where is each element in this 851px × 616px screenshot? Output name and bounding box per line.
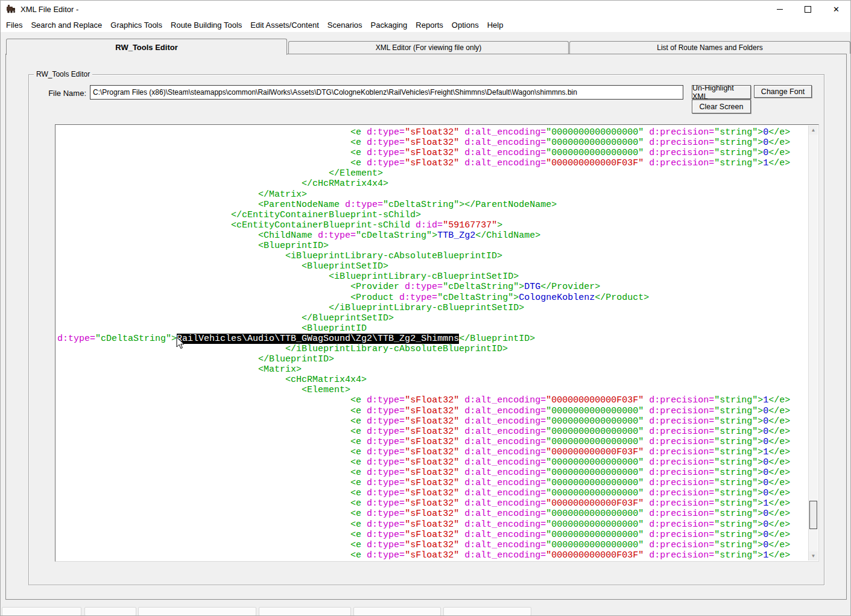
scrollbar-thumb[interactable] [809, 501, 817, 529]
code-line: </iBlueprintLibrary-cAbsoluteBlueprintID… [57, 344, 808, 354]
code-token: </Element> [329, 168, 383, 179]
code-token: </e> [768, 138, 790, 148]
code-token: "0000000000000000" [546, 478, 644, 488]
code-token: </BlueprintID> [258, 354, 334, 364]
code-token: d:alt_encoding= [459, 488, 546, 498]
menu-item-reports[interactable]: Reports [411, 21, 448, 30]
code-line: <Element> [57, 385, 808, 395]
code-token: </e> [768, 416, 790, 427]
code-token: </iBlueprintLibrary-cAbsoluteBlueprintID… [285, 344, 508, 354]
code-token: d:type= [361, 138, 405, 148]
scroll-up-button[interactable]: ▲ [809, 125, 818, 135]
file-name-input[interactable] [90, 85, 683, 100]
code-token: <Product [350, 293, 394, 303]
code-line: <e d:type="sFloat32" d:alt_encoding="000… [57, 148, 808, 158]
code-line: <e d:type="sFloat32" d:alt_encoding="000… [57, 530, 808, 540]
menu-item-help[interactable]: Help [483, 21, 508, 30]
menu-item-route-building-tools[interactable]: Route Building Tools [166, 21, 246, 30]
code-token: <e [350, 427, 361, 437]
code-line: <e d:type="sFloat32" d:alt_encoding="000… [57, 138, 808, 148]
tab-list-of-route-names-and-folders[interactable]: List of Route Names and Folders [569, 41, 850, 54]
code-line: d:type="cDeltaString">RailVehicles\Audio… [57, 334, 808, 344]
code-token: d:type= [361, 519, 405, 530]
status-panel [84, 607, 136, 616]
code-token: "string" [714, 427, 758, 437]
code-token: </e> [768, 457, 790, 468]
vertical-scrollbar[interactable]: ▲ ▼ [808, 125, 818, 560]
menu-item-files[interactable]: Files [2, 21, 27, 30]
unhighlight-xml-button[interactable]: Un-Highlight XML [692, 85, 751, 99]
code-token: "string" [714, 498, 758, 509]
code-line: </Element> [57, 168, 808, 179]
code-token: "string" [714, 509, 758, 519]
code-token: d:alt_encoding= [459, 148, 546, 158]
status-panel [138, 607, 256, 616]
code-token: <Element> [302, 385, 350, 395]
code-token: > [758, 437, 763, 447]
code-token: </e> [768, 478, 790, 488]
code-token: "sFloat32" [405, 447, 459, 457]
code-token: d:alt_encoding= [459, 530, 546, 540]
code-token: d:precision= [644, 427, 714, 437]
menu-item-packaging[interactable]: Packaging [367, 21, 412, 30]
xml-editor-textarea[interactable]: <e d:type="sFloat32" d:alt_encoding="000… [55, 124, 819, 562]
close-button[interactable]: ✕ [822, 1, 850, 17]
code-token: <e [350, 406, 361, 416]
code-token: "sFloat32" [405, 540, 459, 550]
scroll-down-button[interactable]: ▼ [809, 551, 818, 560]
code-token: d:precision= [644, 509, 714, 519]
clear-screen-button[interactable]: Clear Screen [692, 100, 751, 113]
code-token: d:alt_encoding= [459, 540, 546, 550]
code-token: 0 [763, 416, 768, 427]
code-token: 0 [763, 406, 768, 416]
code-token: <e [350, 158, 361, 168]
code-line: <e d:type="sFloat32" d:alt_encoding="000… [57, 437, 808, 447]
code-line: </iBlueprintLibrary-cBlueprintSetID> [57, 303, 808, 313]
code-token: 1 [763, 550, 768, 560]
code-token: 0 [763, 148, 768, 158]
code-token: </e> [768, 447, 790, 457]
code-token: "0000000000000000" [546, 509, 644, 519]
code-token: "string" [714, 478, 758, 488]
tab-xml-editor-for-viewing-file-only-[interactable]: XML Editor (For viewing file only) [288, 41, 569, 54]
menu-item-edit-assets-content[interactable]: Edit Assets/Content [246, 21, 323, 30]
change-font-button[interactable]: Change Font [754, 85, 812, 98]
code-token: 0 [763, 457, 768, 468]
code-token: > [758, 416, 763, 427]
code-token: "0000000000000000" [546, 457, 644, 468]
code-token: <ChildName [258, 230, 312, 241]
menu-item-search-and-replace[interactable]: Search and Replace [27, 21, 106, 30]
code-token: d:precision= [644, 395, 714, 405]
code-token: "000000000000F03F" [546, 395, 644, 405]
groupbox-label: RW_Tools Editor [34, 70, 92, 78]
code-token: "string" [714, 416, 758, 427]
maximize-button[interactable] [794, 1, 822, 17]
xml-code: <e d:type="sFloat32" d:alt_encoding="000… [56, 125, 808, 560]
menu-item-graphics-tools[interactable]: Graphics Tools [106, 21, 166, 30]
code-token: d:type= [361, 530, 405, 540]
menu-item-options[interactable]: Options [448, 21, 483, 30]
code-token: <Provider [350, 282, 399, 292]
code-token: "sFloat32" [405, 138, 459, 148]
code-token: "0000000000000000" [546, 540, 644, 550]
code-line: <e d:type="sFloat32" d:alt_encoding="000… [57, 457, 808, 468]
menu-item-scenarios[interactable]: Scenarios [323, 21, 367, 30]
code-line: <Provider d:type="cDeltaString">DTG</Pro… [57, 282, 808, 292]
code-token: d:type= [312, 230, 356, 241]
code-token: <e [350, 148, 361, 158]
code-token: <e [350, 478, 361, 488]
minimize-button[interactable] [765, 1, 794, 17]
code-line: </BlueprintSetID> [57, 313, 808, 323]
code-token: > [758, 158, 763, 168]
code-token: d:type= [399, 282, 443, 292]
code-token: <e [350, 509, 361, 519]
code-token: <e [350, 437, 361, 447]
code-token: 0 [763, 468, 768, 478]
code-token: </e> [768, 519, 790, 530]
code-token: "string" [714, 127, 758, 138]
tab-rw-tools-editor[interactable]: RW_Tools Editor [6, 39, 287, 55]
code-token: "000000000000F03F" [546, 158, 644, 168]
code-token: d:alt_encoding= [459, 457, 546, 468]
code-token: d:alt_encoding= [459, 427, 546, 437]
code-token: 0 [763, 540, 768, 550]
